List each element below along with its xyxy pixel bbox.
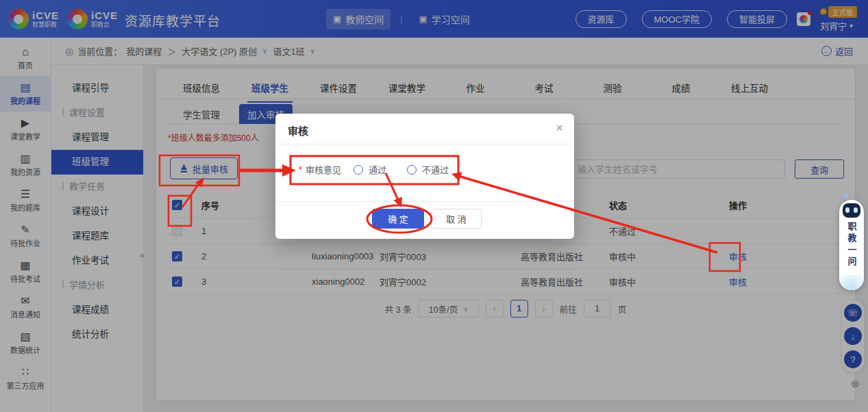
radio-option[interactable]: 通过 [354,163,386,176]
assistant-widget[interactable]: 职教一问 [839,200,864,290]
modal-footer-divider [275,201,574,202]
required-mark: * [299,164,302,175]
modal-title: 审核 [288,123,308,138]
robot-icon [843,203,860,218]
radio-option[interactable]: 不通过 [407,163,449,176]
radio-icon[interactable] [354,165,363,175]
radio-icon[interactable] [407,165,417,175]
modal-footer: 确 定 取 消 [372,209,482,229]
modal-body: * 审核意见 通过 不通过 [299,163,449,176]
close-icon[interactable]: × [556,120,563,136]
confirm-button[interactable]: 确 定 [372,209,424,229]
review-modal: 审核 × * 审核意见 通过 不通过 确 定 取 消 [275,114,574,239]
review-opinion-label: 审核意见 [306,163,341,176]
modal-header-divider [275,144,574,144]
assistant-label: 职教一问 [845,222,858,268]
review-options: 通过 不通过 [354,163,449,176]
cancel-button[interactable]: 取 消 [431,209,482,229]
